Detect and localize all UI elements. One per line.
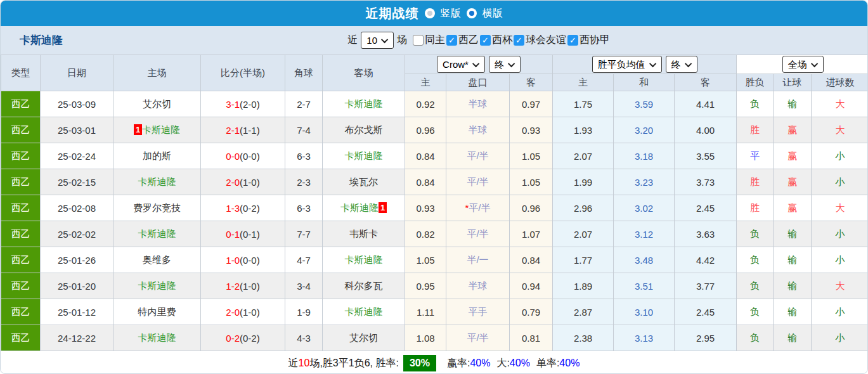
score-cell: 1-3(0-2)	[201, 195, 285, 221]
handicap-away-odds-cell: 0.94	[510, 273, 553, 299]
result-cell: 负	[737, 221, 774, 247]
avg-odds-select[interactable]: 胜平负均值	[592, 56, 662, 73]
handicap-away-odds-cell: 1.05	[510, 143, 553, 169]
filter-checkbox[interactable]	[413, 35, 424, 46]
layout-radio-selected[interactable]	[467, 8, 477, 18]
radio-label[interactable]: 竖版	[441, 7, 461, 20]
fulltime-score: 0-1	[226, 229, 240, 240]
handicap-home-odds-cell: 1.05	[405, 247, 446, 273]
summary-footer: 近10场,胜3平1负6, 胜率: 30% 赢率:40% 大:40% 单率:40%	[1, 351, 867, 374]
away-team-cell: 科尔多瓦	[323, 273, 405, 299]
filter-checkbox[interactable]: ✓	[480, 35, 491, 46]
handicap-line: 半球	[469, 98, 488, 109]
avg-home-odds-cell: 2.38	[553, 325, 614, 351]
avg-draw-odds-cell: 3.02	[614, 195, 675, 221]
avg-home-odds-cell: 1.77	[553, 247, 614, 273]
league-cell: 西乙	[1, 221, 41, 247]
team-name: 卡斯迪隆	[138, 228, 176, 239]
red-card-badge: 1	[134, 124, 142, 135]
halftime-score: (0-0)	[240, 255, 260, 266]
table-row: 西乙 25-01-20 卡斯迪隆 1-2(1-0) 3-4 科尔多瓦 0.95 …	[1, 273, 868, 299]
cover-cell: 输	[774, 299, 812, 325]
table-row: 西乙 25-01-26 奥维多 1-0(0-0) 4-7 卡斯迪隆 1.05 半…	[1, 247, 868, 273]
handicap-home-odds-cell: 0.92	[405, 91, 446, 117]
fulltime-score: 0-2	[226, 333, 240, 344]
result-cell: 负	[737, 273, 774, 299]
layout-radio-unselected[interactable]	[425, 8, 435, 18]
avg-stage-select[interactable]: 终	[666, 56, 697, 73]
period-select[interactable]: 全场	[782, 56, 824, 73]
result-cell: 负	[737, 91, 774, 117]
filter-checkbox-label[interactable]: 西乙	[458, 34, 479, 47]
recent-count-select[interactable]: 10	[361, 32, 394, 49]
avg-away-odds-cell: 3.77	[675, 273, 737, 299]
avg-home-odds-cell: 1.75	[553, 91, 614, 117]
avg-away-odds-cell: 3.63	[675, 221, 737, 247]
league-cell: 西乙	[1, 325, 41, 351]
avg-home-odds-cell: 1.89	[553, 273, 614, 299]
col-header-corners: 角球	[285, 55, 323, 91]
filter-checkbox-label[interactable]: 球会友谊	[526, 34, 566, 47]
period-select-value: 全场	[788, 58, 807, 70]
handicap-line-cell: 半球	[446, 91, 510, 117]
filter-checkbox-label[interactable]: 西杯	[492, 34, 512, 47]
results-body: 西乙 25-03-09 艾尔切 3-1(2-0) 2-7 卡斯迪隆 0.92 半…	[1, 91, 868, 351]
avg-draw-odds-cell: 3.10	[614, 299, 675, 325]
header-dropdown-row: 类型 日期 主场 比分(半场) 角球 客场 Crow* 终	[1, 55, 868, 74]
goals-cell: 大	[812, 195, 868, 221]
date-cell: 25-01-26	[41, 247, 113, 273]
table-row: 西乙 24-12-22 卡斯迪隆 0-2(0-2) 4-3 艾尔切 1.08 平…	[1, 325, 868, 351]
subcol-avg-draw: 和	[614, 74, 675, 91]
league-cell: 西乙	[1, 247, 41, 273]
goals-cell: 大	[812, 273, 868, 299]
chevron-down-icon	[810, 60, 817, 67]
halftime-score: (0-2)	[240, 333, 260, 344]
team-name-heading: 卡斯迪隆	[20, 33, 63, 48]
league-cell: 西乙	[1, 273, 41, 299]
cover-cell: 赢	[774, 143, 812, 169]
avg-home-odds-cell: 2.96	[553, 195, 614, 221]
col-header-date: 日期	[41, 55, 113, 91]
handicap-away-odds-cell: 1.05	[510, 169, 553, 195]
fulltime-score: 2-1	[226, 125, 240, 136]
handicap-home-odds-cell: 0.84	[405, 169, 446, 195]
bookmaker-select[interactable]: Crow*	[437, 56, 485, 73]
filter-checkbox-label[interactable]: 同主	[425, 34, 445, 47]
team-name: 卡斯迪隆	[345, 306, 383, 317]
subcol-handicap-away: 客	[510, 74, 553, 91]
handicap-line-cell: 半球	[446, 273, 510, 299]
avg-home-odds-cell: 1.99	[553, 169, 614, 195]
chevron-down-icon	[684, 60, 691, 67]
filter-checkbox-label[interactable]: 西协甲	[580, 34, 610, 47]
handicap-stage-select[interactable]: 终	[489, 56, 521, 73]
away-team-cell: 埃瓦尔	[323, 169, 405, 195]
halftime-score: (1-0)	[240, 177, 260, 188]
team-name: 卡斯迪隆	[345, 254, 383, 265]
avg-home-odds-cell: 2.07	[553, 143, 614, 169]
recent-label: 近	[347, 34, 358, 47]
score-cell: 0-1(0-1)	[201, 221, 285, 247]
filter-checkbox[interactable]: ✓	[446, 35, 457, 46]
games-label: 场	[397, 34, 407, 47]
home-team-cell: 艾尔切	[113, 91, 201, 117]
corners-cell: 7-7	[285, 221, 323, 247]
date-cell: 24-12-22	[41, 325, 113, 351]
filter-checkbox[interactable]: ✓	[514, 35, 524, 46]
home-team-cell: 卡斯迪隆	[113, 325, 201, 351]
avg-away-odds-cell: 2.95	[675, 325, 737, 351]
corners-cell: 4-3	[285, 325, 323, 351]
result-cell: 负	[737, 247, 774, 273]
team-name: 卡斯迪隆	[138, 332, 176, 343]
date-cell: 25-01-12	[41, 299, 113, 325]
recent-count-value: 10	[366, 34, 377, 46]
avg-home-odds-cell: 1.93	[553, 117, 614, 143]
league-checkbox-group: 同主✓西乙✓西杯✓球会友谊✓西协甲	[413, 34, 611, 47]
home-team-cell: 费罗尔竞技	[113, 195, 201, 221]
filter-checkbox[interactable]: ✓	[567, 35, 578, 46]
table-row: 西乙 25-02-08 费罗尔竞技 1-3(0-2) 6-3 卡斯迪隆1 0.9…	[1, 195, 868, 221]
corners-cell: 7-4	[285, 117, 323, 143]
handicap-home-odds-cell: 1.11	[405, 299, 446, 325]
radio-label[interactable]: 横版	[483, 7, 503, 20]
result-cell: 胜	[737, 169, 774, 195]
corners-cell: 2-3	[285, 169, 323, 195]
